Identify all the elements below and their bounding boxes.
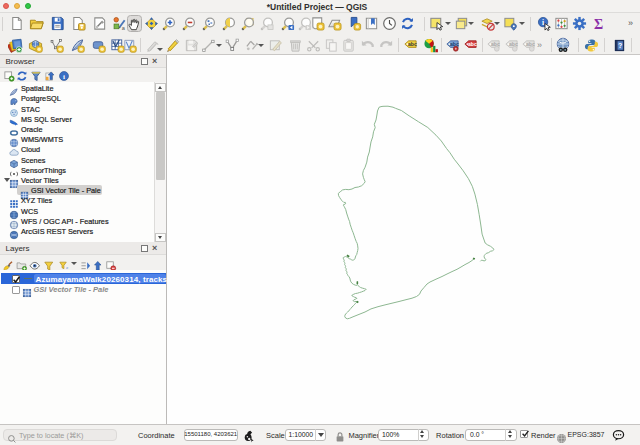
svg-text:i: i <box>63 72 65 80</box>
svg-text:i: i <box>542 18 544 27</box>
svg-text:a: a <box>121 25 125 31</box>
svg-text:Σ: Σ <box>594 16 603 31</box>
svg-text:abc: abc <box>408 41 417 47</box>
svg-text:abc: abc <box>468 41 477 47</box>
svg-text:?: ? <box>618 41 622 48</box>
